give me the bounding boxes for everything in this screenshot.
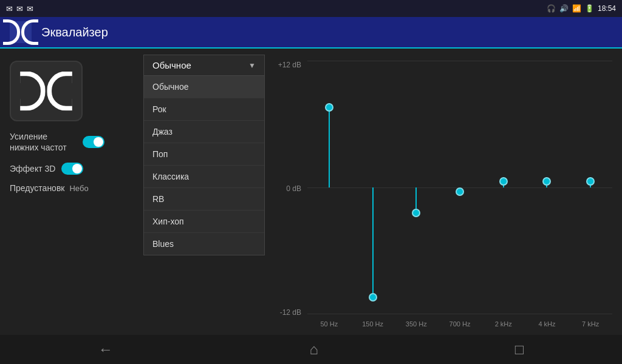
eq-label-bot: -12 dB (277, 308, 301, 317)
preset-row: Предустановк Небо (10, 183, 89, 193)
eq-bar-line-0 (329, 103, 330, 187)
dolby-logo (3, 19, 38, 45)
eq-bar-wrap-0[interactable]: 50 Hz (307, 61, 351, 314)
eq-bars: 50 Hz150 Hz350 Hz700 Hz2 kHz4 kHz7 kHz (307, 61, 612, 314)
eq-freq-label-4: 2 kHz (495, 320, 512, 328)
eq-bar-knob-1[interactable] (369, 293, 377, 302)
eq-bar-knob-4[interactable] (499, 177, 508, 186)
eq-bar-knob-0[interactable] (325, 103, 333, 112)
dropdown-arrow-icon: ▼ (248, 61, 256, 70)
eq-bar-knob-2[interactable] (412, 209, 420, 217)
eq-bar-knob-5[interactable] (542, 177, 551, 186)
eq-bar-wrap-1[interactable]: 150 Hz (351, 61, 395, 314)
dropdown-selected-label: Обычное (152, 60, 191, 70)
app-icon (10, 21, 32, 43)
home-icon: ⌂ (309, 341, 318, 358)
status-bar: ✉ ✉ ✉ 🎧 🔊 📶 🔋 18:54 (0, 0, 622, 17)
back-icon: ← (98, 341, 113, 358)
clock: 18:54 (598, 4, 616, 13)
eq-bar-line-2 (415, 187, 417, 209)
eq-area: +12 dB 0 dB -12 dB 50 Hz150 Hz350 Hz700 … (277, 61, 612, 329)
dropdown-item-7[interactable]: Blues (144, 233, 264, 255)
dolby-logo-large (20, 72, 72, 111)
eq-bar-wrap-6[interactable]: 7 kHz (569, 61, 612, 314)
dropdown-item-4[interactable]: Классика (144, 166, 264, 188)
dropdown-item-5[interactable]: RB (144, 188, 264, 211)
wifi-icon: 📶 (572, 4, 581, 13)
eq-bar-knob-3[interactable] (456, 187, 464, 196)
app-title: Эквалайзер (41, 25, 108, 39)
eq-freq-label-2: 350 Hz (406, 320, 427, 328)
dropdown-item-6[interactable]: Хип-хоп (144, 211, 264, 233)
eq-bar-knob-6[interactable] (586, 177, 595, 186)
dropdown-item-3[interactable]: Поп (144, 143, 264, 166)
dropdown-area: Обычное ▼ Обычное Рок Джаз Поп Классика … (143, 55, 265, 323)
eq-freq-label-1: 150 Hz (362, 320, 383, 328)
bass-boost-toggle[interactable] (83, 136, 104, 148)
eq-bars-container: 50 Hz150 Hz350 Hz700 Hz2 kHz4 kHz7 kHz (307, 61, 612, 329)
effect-3d-toggle[interactable] (61, 163, 83, 175)
eq-bar-wrap-2[interactable]: 350 Hz (394, 61, 438, 314)
volume-icon: 🔊 (559, 4, 569, 13)
nav-bar: ← ⌂ □ (0, 335, 622, 364)
logo-box (10, 61, 83, 121)
eq-bar-wrap-5[interactable]: 4 kHz (525, 61, 569, 314)
eq-freq-label-3: 700 Hz (449, 320, 471, 328)
back-button[interactable]: ← (98, 341, 113, 358)
dolby-d-left (3, 19, 20, 45)
recents-button[interactable]: □ (515, 341, 524, 358)
eq-y-labels: +12 dB 0 dB -12 dB (277, 61, 307, 329)
recents-icon: □ (515, 341, 524, 358)
main-content: Усиление нижних частот Эффект 3D Предуст… (0, 49, 622, 335)
status-icons-right: 🎧 🔊 📶 🔋 18:54 (547, 4, 616, 13)
notification-icon-2: ✉ (16, 4, 23, 13)
eq-bar-wrap-3[interactable]: 700 Hz (438, 61, 482, 314)
dropdown-item-1[interactable]: Рок (144, 98, 264, 121)
eq-bar-line-1 (372, 187, 374, 293)
eq-freq-label-5: 4 kHz (538, 320, 555, 328)
left-panel: Усиление нижних частот Эффект 3D Предуст… (10, 61, 131, 329)
eq-chart: +12 dB 0 dB -12 dB 50 Hz150 Hz350 Hz700 … (277, 61, 612, 329)
eq-bar-wrap-4[interactable]: 2 kHz (482, 61, 525, 314)
dolby-d-left-large (20, 72, 46, 111)
eq-label-top: +12 dB (277, 61, 301, 69)
dolby-d-right (21, 19, 38, 45)
notification-icon-3: ✉ (27, 4, 33, 13)
eq-freq-label-0: 50 Hz (320, 320, 338, 328)
toggle-circle-bass (94, 137, 103, 147)
dropdown-item-0[interactable]: Обычное (144, 76, 264, 98)
battery-icon: 🔋 (585, 4, 594, 13)
eq-label-mid: 0 dB (277, 184, 301, 193)
status-icons-left: ✉ ✉ ✉ (6, 4, 33, 13)
bass-boost-label: Усиление нижних частот (10, 131, 77, 153)
eq-freq-label-6: 7 kHz (582, 320, 599, 328)
preset-label: Предустановк (10, 183, 64, 193)
toggle-circle-3d (72, 164, 82, 174)
dropdown-header[interactable]: Обычное ▼ (143, 55, 265, 76)
headphone-icon: 🎧 (547, 4, 556, 13)
effect-3d-label: Эффект 3D (10, 163, 55, 174)
notification-icon-1: ✉ (6, 4, 13, 13)
dolby-d-right-large (47, 72, 72, 111)
dropdown-item-2[interactable]: Джаз (144, 121, 264, 143)
effect-3d-control: Эффект 3D (10, 163, 83, 175)
bass-boost-control: Усиление нижних частот (10, 131, 104, 153)
top-bar: Эквалайзер (0, 17, 622, 49)
home-button[interactable]: ⌂ (309, 341, 318, 358)
dropdown-list: Обычное Рок Джаз Поп Классика RB Хип-хоп… (143, 76, 265, 255)
preset-value: Небо (69, 184, 88, 193)
